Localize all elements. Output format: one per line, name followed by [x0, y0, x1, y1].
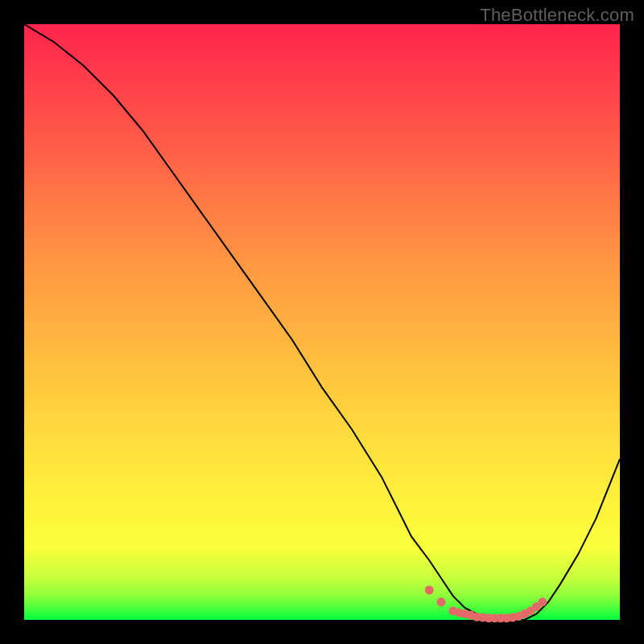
plot-area: [24, 24, 620, 620]
watermark-text: TheBottleneck.com: [480, 5, 634, 26]
marker-point: [425, 586, 434, 595]
marker-point: [538, 597, 547, 606]
chart-svg: [24, 24, 620, 620]
bottleneck-curve: [24, 24, 620, 620]
figure-outer: TheBottleneck.com: [0, 0, 644, 644]
marker-point: [437, 597, 446, 606]
